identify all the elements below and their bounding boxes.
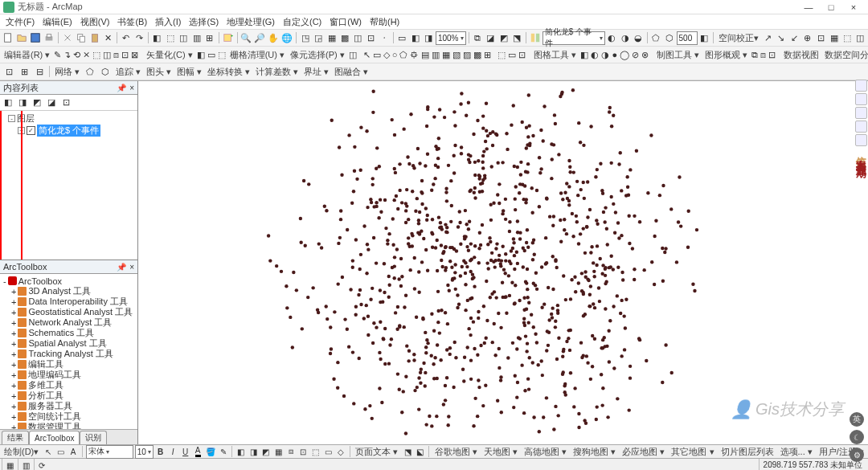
- italic-button[interactable]: I: [167, 444, 178, 459]
- tool-icon[interactable]: ◯: [619, 47, 630, 62]
- overlay-dropdown[interactable]: 图融合 ▾: [332, 66, 371, 78]
- editor-dropdown[interactable]: 编辑器(R) ▾: [2, 49, 52, 61]
- tool-icon[interactable]: ▥: [431, 47, 440, 62]
- tool-icon[interactable]: ▭: [372, 47, 382, 62]
- expand-icon[interactable]: +: [11, 318, 16, 328]
- other-map-dropdown[interactable]: 其它地图 ▾: [669, 446, 716, 458]
- tool-icon[interactable]: ▦: [828, 31, 840, 45]
- tool-icon[interactable]: ⬠: [399, 47, 408, 62]
- close-panel-icon[interactable]: ×: [129, 263, 134, 272]
- expand-icon[interactable]: +: [11, 349, 16, 359]
- tool-icon[interactable]: ◩: [497, 31, 510, 45]
- network-dropdown[interactable]: 网络 ▾: [52, 66, 82, 78]
- gutter-button[interactable]: [855, 121, 867, 133]
- pointer-icon[interactable]: ↖: [43, 444, 54, 459]
- ime-lang[interactable]: 英: [850, 412, 864, 427]
- close-panel-icon[interactable]: ×: [129, 84, 134, 92]
- zoom-in-icon[interactable]: 🔍: [240, 31, 252, 45]
- tool-icon[interactable]: ◑: [619, 31, 631, 45]
- tool-icon[interactable]: ⬞: [379, 31, 391, 45]
- close-button[interactable]: ×: [842, 1, 865, 14]
- tool-icon[interactable]: ◩: [260, 444, 272, 459]
- text-icon[interactable]: A: [68, 444, 79, 459]
- tool-icon[interactable]: ▧: [452, 47, 461, 62]
- bound-dropdown[interactable]: 界址 ▾: [301, 66, 331, 78]
- tool-icon[interactable]: ◪: [485, 31, 497, 45]
- tab-identify[interactable]: 识别: [80, 431, 107, 444]
- tool-icon[interactable]: ⬠: [650, 31, 662, 45]
- tool-icon[interactable]: ◇: [383, 47, 391, 62]
- expand-icon[interactable]: -: [3, 276, 6, 286]
- expand-icon[interactable]: +: [11, 381, 16, 390]
- tool-icon[interactable]: ◫: [854, 31, 866, 45]
- google-map-dropdown[interactable]: 谷歌地图 ▾: [432, 446, 480, 458]
- expand-icon[interactable]: +: [11, 391, 16, 401]
- view-data-button[interactable]: ▦: [2, 459, 18, 470]
- tool-icon[interactable]: ↙: [788, 31, 800, 45]
- expand-icon[interactable]: +: [11, 370, 16, 380]
- tool-icon[interactable]: ◨: [423, 31, 435, 45]
- tool-icon[interactable]: ◫: [352, 31, 364, 45]
- tool-icon[interactable]: ↴: [63, 47, 72, 62]
- tile-layer-list[interactable]: 切片图层列表: [719, 446, 776, 458]
- tool-icon[interactable]: ⬔: [511, 31, 523, 45]
- tool-icon[interactable]: ⊡: [298, 444, 309, 459]
- open-button[interactable]: [15, 31, 28, 45]
- tool-icon[interactable]: ◫: [102, 47, 112, 62]
- options-dropdown[interactable]: 选项... ▾: [778, 446, 815, 458]
- num-combo[interactable]: 500: [677, 31, 698, 45]
- tool-icon[interactable]: ⬚: [164, 31, 176, 45]
- tool-icon[interactable]: ◧: [235, 444, 247, 459]
- tool-icon[interactable]: ⧉: [471, 31, 483, 45]
- expand-icon[interactable]: -: [8, 115, 15, 122]
- tool-icon[interactable]: ⬡: [663, 31, 675, 45]
- draw-dropdown[interactable]: 绘制(D)▾: [2, 446, 41, 458]
- add-data-button[interactable]: +: [222, 31, 235, 45]
- arctoolbox-tree[interactable]: -ArcToolbox +3D Analyst 工具 +Data Interop…: [0, 274, 137, 429]
- expand-icon[interactable]: +: [11, 297, 16, 307]
- tool-icon[interactable]: ◧: [409, 31, 421, 45]
- linecolor-button[interactable]: ✎: [218, 444, 229, 459]
- expand-icon[interactable]: +: [11, 339, 16, 349]
- bing-dropdown[interactable]: 必应地图 ▾: [620, 446, 667, 458]
- pagetext-dropdown[interactable]: 页面文本 ▾: [353, 446, 400, 458]
- expand-icon[interactable]: +: [11, 360, 16, 370]
- tool-icon[interactable]: ▥: [190, 31, 203, 45]
- tool-icon[interactable]: ▦: [326, 31, 338, 45]
- tool-icon[interactable]: ⊞: [17, 64, 31, 79]
- toolbox-item[interactable]: 数据管理工具: [28, 421, 81, 429]
- full-extent-icon[interactable]: 🌐: [280, 31, 293, 45]
- graph-tools-dropdown[interactable]: 图格工具 ▾: [531, 49, 579, 61]
- tool-icon[interactable]: ◐: [606, 31, 618, 45]
- tool-icon[interactable]: ⧉: [751, 47, 759, 62]
- toc-layer-label[interactable]: 简化龙$ 个事件: [37, 125, 100, 137]
- catalog-icon[interactable]: [529, 31, 542, 45]
- minimize-button[interactable]: —: [797, 1, 820, 14]
- filter-dropdown[interactable]: 图头 ▾: [144, 66, 174, 78]
- sougou-dropdown[interactable]: 搜狗地图 ▾: [571, 446, 618, 458]
- ime-dot[interactable]: ⚙: [850, 448, 864, 462]
- map-view[interactable]: 👤Gis技术分享: [138, 81, 868, 444]
- tool-icon[interactable]: ◑: [600, 47, 610, 62]
- tool-icon[interactable]: ▨: [462, 47, 472, 62]
- save-button[interactable]: [29, 31, 42, 45]
- tool-icon[interactable]: ▩: [338, 31, 350, 45]
- fillcolor-button[interactable]: 🪣: [205, 444, 216, 459]
- cartog-tools-dropdown[interactable]: 制图工具 ▾: [654, 49, 702, 61]
- tool-icon[interactable]: ⬚: [92, 47, 101, 62]
- tool-icon[interactable]: ◨: [248, 444, 260, 459]
- menu-geoproc[interactable]: 地理处理(G): [223, 15, 279, 29]
- toc-list-by-source-icon[interactable]: ◨: [16, 96, 29, 109]
- menu-custom[interactable]: 自定义(C): [279, 15, 326, 29]
- tool-icon[interactable]: ⊞: [203, 31, 215, 45]
- bold-button[interactable]: B: [155, 444, 166, 459]
- tool-icon[interactable]: ⧈: [760, 47, 767, 62]
- tool-icon[interactable]: ⬡: [98, 64, 113, 79]
- data-space-dropdown[interactable]: 数据空间分析 ▾: [822, 49, 868, 61]
- gutter-button[interactable]: [855, 80, 867, 92]
- expand-icon[interactable]: +: [11, 287, 16, 296]
- tool-icon[interactable]: ○: [391, 47, 399, 62]
- toc-options-icon[interactable]: ⊡: [59, 96, 72, 109]
- expand-icon[interactable]: +: [18, 127, 25, 134]
- maximize-button[interactable]: □: [820, 1, 842, 14]
